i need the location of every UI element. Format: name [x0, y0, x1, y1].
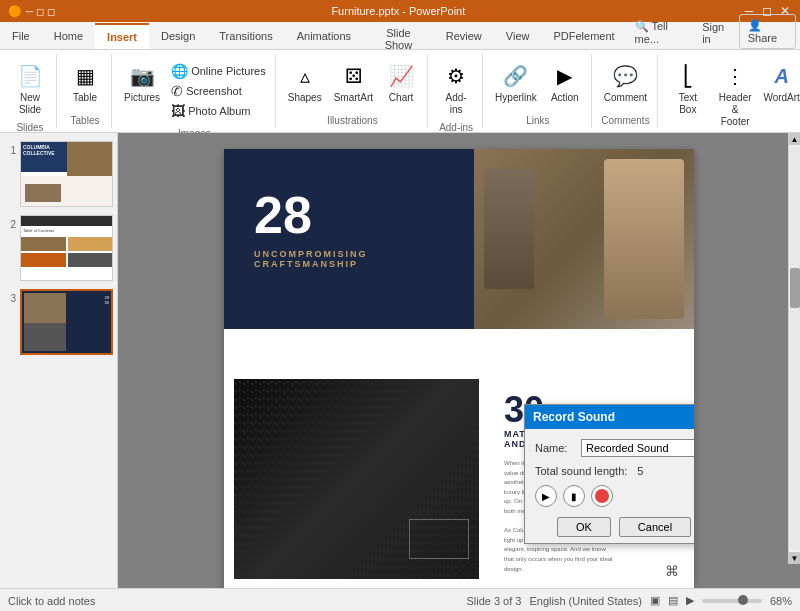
screenshot-button[interactable]: ✆ Screenshot [168, 82, 269, 100]
dialog-title-bar: Record Sound ? × [525, 405, 694, 429]
zoom-slider[interactable] [702, 599, 762, 603]
ribbon-group-tables: ▦ Table Tables [59, 54, 112, 128]
hyperlink-button[interactable]: 🔗 Hyperlink [491, 58, 541, 106]
view-slide-sorter-icon[interactable]: ▤ [668, 594, 678, 607]
tab-pdfelement[interactable]: PDFelement [541, 23, 626, 49]
illustrations-group-items: ▵ Shapes ⚄ SmartArt 📈 Chart [284, 54, 421, 115]
online-pictures-button[interactable]: 🌐 Online Pictures [168, 62, 269, 80]
slides-group-items: 📄 New Slide [10, 54, 50, 122]
ribbon-group-links: 🔗 Hyperlink ▶ Action Links [485, 54, 592, 128]
slide-num-2: 2 [4, 219, 16, 230]
tab-transitions[interactable]: Transitions [207, 23, 284, 49]
dialog-name-input[interactable] [581, 439, 694, 457]
dialog-action-buttons: OK Cancel [535, 517, 694, 537]
signin-button[interactable]: Sign in [694, 17, 739, 49]
title-bar-left: 🟠 ─ ◻ ◻ [8, 5, 55, 18]
header-footer-label: Header& Footer [717, 92, 752, 128]
photo-album-button[interactable]: 🖼 Photo Album [168, 102, 269, 120]
tab-review[interactable]: Review [434, 23, 494, 49]
ribbon-group-comments: 💬 Comment Comments [594, 54, 658, 128]
app-icon: 🟠 [8, 5, 22, 18]
shapes-button[interactable]: ▵ Shapes [284, 58, 326, 106]
ok-button[interactable]: OK [557, 517, 611, 537]
slide-thumb-1[interactable]: 1 COLUMBIACOLLECTIVE [4, 141, 113, 207]
comment-button[interactable]: 💬 Comment [600, 58, 651, 106]
slide-info: Slide 3 of 3 [466, 595, 521, 607]
links-group-label: Links [526, 115, 549, 128]
dialog-playback-controls: ▶ ▮ [535, 485, 694, 507]
screenshot-icon: ✆ [171, 83, 183, 99]
shapes-label: Shapes [288, 92, 322, 104]
slide-thumb-3[interactable]: 3 2830 [4, 289, 113, 355]
action-button[interactable]: ▶ Action [545, 58, 585, 106]
tab-view[interactable]: View [494, 23, 542, 49]
scroll-up-button[interactable]: ▲ [789, 133, 801, 145]
dialog-length-row: Total sound length: 5 [535, 465, 694, 477]
smartart-label: SmartArt [334, 92, 373, 104]
ribbon-tab-row: File Home Insert Design Transitions Anim… [0, 22, 800, 50]
zoom-thumb [738, 595, 748, 605]
stop-button[interactable]: ▮ [563, 485, 585, 507]
textbox-label: Text Box [670, 92, 705, 116]
slide-num-3: 3 [4, 293, 16, 304]
tell-me-input[interactable]: 🔍 Tell me... [627, 16, 695, 49]
tab-animations[interactable]: Animations [285, 23, 363, 49]
header-footer-button[interactable]: ⋮ Header& Footer [713, 58, 756, 130]
wordart-button[interactable]: A WordArt [761, 58, 800, 106]
textbox-icon: ⎣ [672, 60, 704, 92]
chart-button[interactable]: 📈 Chart [381, 58, 421, 106]
slide-canvas: 28 UNCOMPROMISINGCRAFTSMANSHIP 30 MATERI… [224, 149, 694, 588]
smartart-button[interactable]: ⚄ SmartArt [330, 58, 377, 106]
slide-number-1: 28 [254, 189, 312, 241]
play-button[interactable]: ▶ [535, 485, 557, 507]
share-button[interactable]: 👤 Share [739, 14, 796, 49]
table-label: Table [73, 92, 97, 104]
wordart-icon: A [766, 60, 798, 92]
new-slide-icon: 📄 [14, 60, 46, 92]
view-normal-icon[interactable]: ▣ [650, 594, 660, 607]
slide-photo-right [474, 149, 694, 329]
dialog-name-row: Name: [535, 439, 694, 457]
click-to-add-notes[interactable]: Click to add notes [8, 595, 95, 607]
slide-img-2: Table of Contents [20, 215, 113, 281]
addins-button[interactable]: ⚙ Add-ins [436, 58, 476, 118]
record-button[interactable] [591, 485, 613, 507]
ribbon-group-text: ⎣ Text Box ⋮ Header& Footer A WordArt Ω … [660, 54, 800, 128]
table-button[interactable]: ▦ Table [65, 58, 105, 106]
tab-slideshow[interactable]: Slide Show [363, 23, 434, 49]
new-slide-button[interactable]: 📄 New Slide [10, 58, 50, 118]
slide-thumb-2[interactable]: 2 Table of Contents [4, 215, 113, 281]
online-pictures-label: Online Pictures [191, 65, 266, 77]
hyperlink-icon: 🔗 [500, 60, 532, 92]
ribbon-group-slides: 📄 New Slide Slides [4, 54, 57, 128]
slide-panel: 1 COLUMBIACOLLECTIVE 2 Table of Contents [0, 133, 118, 588]
photo-album-label: Photo Album [188, 105, 250, 117]
s3-text: 2830 [105, 295, 109, 305]
scroll-down-button[interactable]: ▼ [789, 552, 801, 564]
s1-logo-text: COLUMBIACOLLECTIVE [23, 144, 55, 156]
textbox-button[interactable]: ⎣ Text Box [666, 58, 709, 118]
pictures-icon: 📷 [126, 60, 158, 92]
tab-file[interactable]: File [0, 23, 42, 49]
cancel-button[interactable]: Cancel [619, 517, 691, 537]
dialog-sound-length-value: 5 [637, 465, 643, 477]
addins-icon: ⚙ [440, 60, 472, 92]
scroll-thumb[interactable] [790, 268, 800, 308]
photo-album-icon: 🖼 [171, 103, 185, 119]
language-indicator: English (United States) [529, 595, 642, 607]
view-reading-icon[interactable]: ▶ [686, 594, 694, 607]
tab-design[interactable]: Design [149, 23, 207, 49]
slide-img-1: COLUMBIACOLLECTIVE [20, 141, 113, 207]
addins-group-items: ⚙ Add-ins [436, 54, 476, 122]
pictures-label: Pictures [124, 92, 160, 104]
comments-group-items: 💬 Comment [600, 54, 651, 115]
canvas-area: 28 UNCOMPROMISINGCRAFTSMANSHIP 30 MATERI… [118, 133, 800, 588]
status-bar: Click to add notes Slide 3 of 3 English … [0, 588, 800, 611]
tab-insert[interactable]: Insert [95, 23, 149, 49]
comment-icon: 💬 [609, 60, 641, 92]
tab-home[interactable]: Home [42, 23, 95, 49]
smartart-icon: ⚄ [337, 60, 369, 92]
pictures-button[interactable]: 📷 Pictures [120, 58, 164, 106]
dialog-body: Name: Total sound length: 5 ▶ ▮ [525, 429, 694, 543]
header-footer-icon: ⋮ [719, 60, 751, 92]
